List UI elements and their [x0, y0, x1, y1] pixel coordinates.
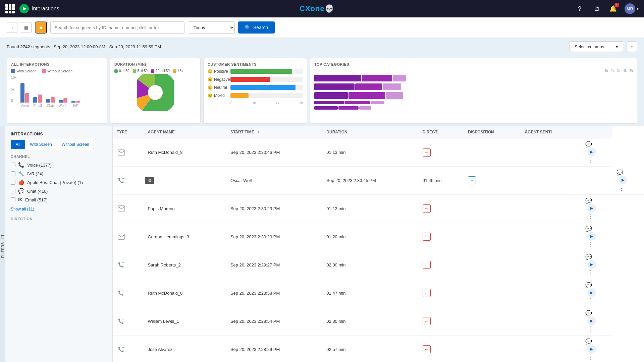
direction-arrow: ←	[424, 206, 429, 211]
comment-button[interactable]: 💬	[585, 198, 592, 203]
email-channel-icon: ✉	[18, 197, 22, 203]
chat-checkbox[interactable]	[11, 189, 15, 193]
back-button[interactable]: ‹	[7, 22, 17, 33]
more-menu-button[interactable]: ⋮	[587, 269, 593, 276]
duration: 02:30 min	[322, 307, 418, 335]
play-button[interactable]: ▶	[587, 345, 596, 353]
date-select[interactable]: Today Yesterday Last 7 Days Last 30 Days…	[188, 21, 235, 34]
voice-channel-icon: 📞	[18, 162, 24, 168]
play-button[interactable]: ▶	[587, 147, 596, 156]
table-header: TYPE AGENT NAME START TIME ▼ DURATION DI…	[113, 126, 644, 138]
start-time: Sep 20, 2023 2:30:45 PM	[322, 167, 418, 195]
table-row: Jose Alvarez Sep 20, 2023 2:28:29 PM 02:…	[113, 335, 644, 362]
row-actions: 💬 ▶ ⋮	[581, 223, 613, 251]
comment-button[interactable]: 💬	[616, 170, 623, 175]
svg-rect-11	[314, 92, 348, 99]
legend-without-dot	[42, 69, 46, 73]
col-start[interactable]: START TIME ▼	[226, 126, 322, 138]
voice-checkbox[interactable]	[11, 163, 15, 167]
legend-10-1459: 10–14:59	[151, 69, 170, 73]
col-duration[interactable]: DURATION	[322, 126, 418, 138]
comment-button[interactable]: 💬	[585, 141, 592, 147]
direction: ←	[419, 251, 464, 279]
disposition	[464, 223, 521, 251]
sentiment-mixed: 😏 Mixed	[208, 93, 303, 98]
avatar-chevron: ▾	[637, 6, 639, 11]
email-checkbox[interactable]	[11, 197, 15, 202]
x-label-email: Email	[33, 104, 42, 108]
direction-icon: ←	[423, 317, 431, 325]
more-menu-button[interactable]: ⋮	[587, 297, 593, 304]
filter-voice: 📞 Voice (1377)	[11, 162, 107, 168]
sentiment	[521, 251, 581, 279]
tab-with-screen[interactable]: With Screen	[25, 140, 57, 149]
tab-without-screen[interactable]: Without Screen	[57, 140, 94, 149]
select-columns-button[interactable]: Select columns ▾	[570, 41, 623, 52]
direction: ←	[419, 138, 464, 167]
more-menu-button[interactable]: ⋮	[587, 157, 593, 163]
play-button[interactable]: ▶	[619, 176, 627, 184]
user-avatar-wrap[interactable]: MB ▾	[625, 3, 639, 14]
notification-icon[interactable]: 🔔 1	[608, 3, 619, 14]
nav-brand: Interactions	[19, 4, 59, 13]
pie-legend: 0–4:59 5–9:59 10–14:59 15+	[114, 69, 196, 73]
comment-button[interactable]: 💬	[585, 339, 592, 344]
svg-point-35	[122, 347, 123, 348]
apple-chat-checkbox[interactable]	[11, 180, 15, 185]
play-button[interactable]: ▶	[587, 260, 596, 269]
chart-button[interactable]: ▦	[21, 22, 32, 33]
export-button[interactable]: ↑	[627, 41, 637, 52]
comment-button[interactable]: 💬	[585, 226, 592, 232]
more-menu-button[interactable]: ⋮	[587, 325, 593, 332]
help-icon[interactable]: ?	[574, 3, 585, 14]
row-actions: 💬 ▶ ⋮	[581, 138, 613, 167]
direction-icon: ←	[423, 148, 431, 157]
start-time: Sep 20, 2023 2:28:29 PM	[226, 335, 322, 362]
ivr-checkbox[interactable]	[11, 171, 15, 176]
play-button[interactable]: ▶	[587, 288, 596, 297]
direction-icon: ←	[423, 204, 431, 213]
sentiment-positive-label: 😊 Positive	[208, 69, 228, 74]
x-axis-labels: Voice Email Chat Work... IVR	[20, 103, 103, 108]
apple-chat-icon: 🍎	[18, 179, 24, 185]
tab-all[interactable]: All	[11, 140, 25, 149]
play-button[interactable]: ▶	[587, 232, 596, 241]
type-cell	[113, 279, 144, 307]
more-menu-button[interactable]: ⋮	[587, 241, 593, 248]
svg-rect-7	[393, 75, 406, 81]
direction: ←	[419, 307, 464, 335]
monitor-icon[interactable]: 🖥	[591, 3, 602, 14]
left-sidebar-strip[interactable]: ⊟ FILTERS	[0, 126, 5, 362]
svg-point-21	[122, 178, 123, 179]
search-button[interactable]: 🔍 Search	[238, 21, 275, 34]
more-menu-button[interactable]: ⋮	[587, 213, 593, 220]
duration: 02:57 min	[322, 335, 418, 362]
comment-button[interactable]: 💬	[585, 254, 592, 260]
pie-svg	[137, 74, 174, 111]
svg-point-22	[123, 178, 124, 179]
mixed-bar	[230, 93, 249, 98]
svg-point-23	[124, 178, 124, 179]
table-row: Ruth McDonald_8 Sep 20, 2023 2:28:58 PM …	[113, 279, 644, 307]
more-menu-button[interactable]: ⋮	[619, 185, 625, 191]
favorite-button[interactable]: ★	[35, 21, 47, 34]
comment-button[interactable]: 💬	[585, 282, 592, 288]
search-input[interactable]	[50, 21, 184, 34]
play-button[interactable]: ▶	[587, 204, 596, 213]
grid-menu-icon[interactable]	[5, 4, 15, 13]
bar-groups	[20, 76, 103, 103]
bar-group-chat	[46, 97, 55, 103]
col-agent[interactable]: AGENT NAME	[144, 126, 226, 138]
results-count: 2742	[20, 44, 30, 49]
comment-button[interactable]: 💬	[585, 310, 592, 316]
svg-rect-13	[386, 92, 403, 99]
more-menu-button[interactable]: ⋮	[587, 354, 593, 360]
bar-email-with	[33, 97, 37, 103]
type-icon	[117, 316, 126, 326]
bar-chat-without	[51, 97, 55, 103]
col-direct[interactable]: DIRECT...	[419, 126, 464, 138]
bar-work-without	[63, 98, 67, 103]
all-interactions-chart: ALL INTERACTIONS With Screen Without Scr…	[7, 58, 107, 124]
show-all-channels-link[interactable]: Show all (11)	[11, 207, 34, 212]
play-button[interactable]: ▶	[587, 316, 596, 325]
